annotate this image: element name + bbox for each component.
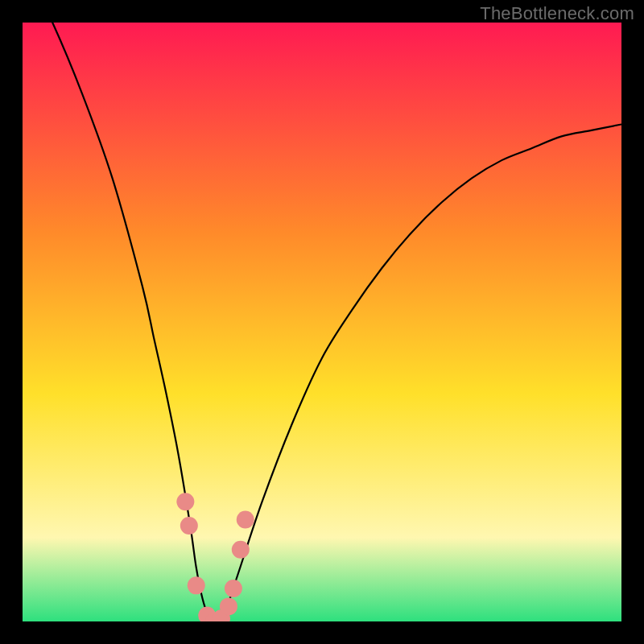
chart-svg: [23, 23, 621, 621]
gradient-background: [23, 23, 621, 621]
marker-dot: [188, 576, 205, 594]
watermark-text: TheBottleneck.com: [480, 3, 634, 24]
marker-dot: [232, 541, 250, 559]
marker-dot: [237, 511, 254, 529]
chart-frame: TheBottleneck.com: [0, 0, 644, 644]
plot-area: [23, 23, 621, 621]
marker-dot: [180, 517, 198, 535]
marker-dot: [225, 580, 242, 597]
marker-dot: [220, 597, 237, 615]
marker-dot: [176, 493, 194, 510]
